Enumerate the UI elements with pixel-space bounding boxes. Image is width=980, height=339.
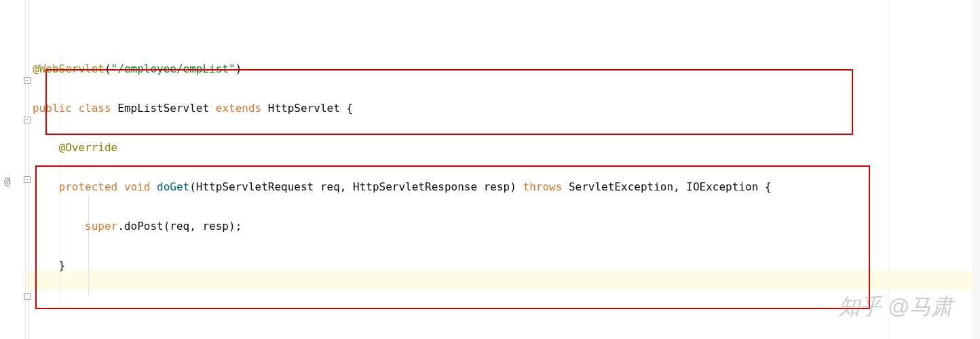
code-line: @Override xyxy=(33,138,980,157)
code-line: public class EmpListServlet extends Http… xyxy=(33,98,980,118)
keyword-protected: protected xyxy=(59,180,118,193)
keyword-class: class xyxy=(78,102,111,115)
fold-icon[interactable]: − xyxy=(24,117,31,123)
code-editor-area[interactable]: @WebServlet("/employee/empList") public … xyxy=(33,0,980,339)
method-doget: doGet xyxy=(157,180,189,193)
code-line: super.doPost(req, resp); xyxy=(33,216,980,236)
code-line xyxy=(33,20,980,39)
keyword-extends: extends xyxy=(216,102,261,115)
string-literal: "/employee/empList" xyxy=(111,62,235,75)
annotation-override: @Override xyxy=(59,141,118,154)
code-line: protected void doGet(HttpServletRequest … xyxy=(33,177,980,197)
fold-icon[interactable]: − xyxy=(24,176,31,183)
code-line xyxy=(33,295,980,315)
keyword-public: public xyxy=(33,102,72,115)
gutter-annotation-icon[interactable]: @ xyxy=(4,175,11,188)
fold-icon[interactable]: − xyxy=(24,293,31,300)
keyword-super: super xyxy=(85,220,117,233)
code-line: @Override xyxy=(33,334,980,339)
fold-icon[interactable]: − xyxy=(24,77,31,84)
annotation-webservlet: @WebServlet xyxy=(33,62,105,75)
gutter-fold-strip xyxy=(19,0,29,339)
exceptions: ServletException, IOException { xyxy=(562,180,771,193)
class-name: EmpListServlet xyxy=(117,102,209,115)
code-line: @WebServlet("/employee/empList") xyxy=(33,59,980,79)
keyword-void: void xyxy=(124,180,151,193)
parent-class: HttpServlet xyxy=(268,102,340,115)
super-call: .doPost(req, resp); xyxy=(117,220,242,233)
code-line: } xyxy=(33,256,980,275)
method-params: (HttpServletRequest req, HttpServletResp… xyxy=(189,180,523,193)
keyword-throws: throws xyxy=(523,180,563,193)
